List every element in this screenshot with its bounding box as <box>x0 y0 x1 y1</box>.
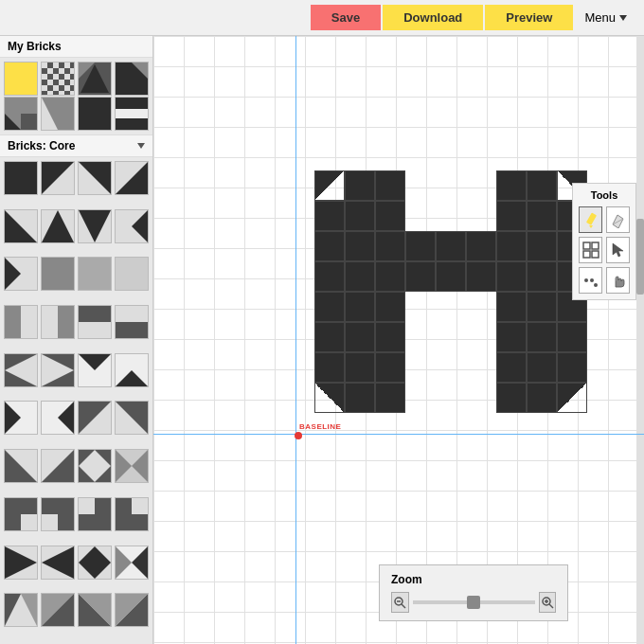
svg-point-67 <box>594 283 598 287</box>
my-brick-cell[interactable] <box>78 62 112 96</box>
my-brick-cell[interactable] <box>4 62 38 96</box>
tools-panel: Tools <box>572 183 636 300</box>
zoom-in-button[interactable] <box>539 592 557 613</box>
my-brick-cell[interactable] <box>78 97 112 131</box>
grid-tool-button[interactable] <box>579 237 602 263</box>
my-brick-cell[interactable] <box>115 97 149 131</box>
svg-line-71 <box>402 604 405 608</box>
menu-button[interactable]: Menu <box>575 5 636 30</box>
svg-line-75 <box>549 604 553 608</box>
pointer-tool-button[interactable] <box>606 237 630 263</box>
brick-cell[interactable] <box>78 161 112 195</box>
brick-cell[interactable] <box>78 593 112 627</box>
brick-cell[interactable] <box>41 401 75 435</box>
brick-cell[interactable] <box>115 161 149 195</box>
svg-marker-12 <box>116 162 148 194</box>
brick-cell[interactable] <box>78 305 112 339</box>
svg-marker-37 <box>95 466 111 482</box>
brick-cell[interactable] <box>4 257 38 291</box>
svg-marker-22 <box>5 354 37 370</box>
eraser-tool-button[interactable] <box>606 206 630 233</box>
zoom-slider[interactable] <box>413 600 535 604</box>
brick-cell[interactable] <box>4 497 38 531</box>
brick-cell[interactable] <box>41 305 75 339</box>
sidebar: My Bricks Bricks: Core <box>0 36 153 644</box>
brick-cell[interactable] <box>4 593 38 627</box>
svg-rect-21 <box>116 322 148 338</box>
brick-cell[interactable] <box>78 353 112 387</box>
svg-rect-9 <box>116 118 148 130</box>
brick-cell[interactable] <box>41 546 75 580</box>
brick-cell[interactable] <box>41 353 75 387</box>
svg-marker-50 <box>21 594 37 626</box>
canvas-area[interactable]: BASELINE <box>153 36 644 644</box>
svg-rect-8 <box>116 98 148 109</box>
menu-label: Menu <box>584 10 616 25</box>
svg-marker-34 <box>79 450 95 466</box>
brick-cell[interactable] <box>4 353 38 387</box>
svg-marker-23 <box>5 370 37 386</box>
zoom-out-button[interactable] <box>391 592 409 613</box>
brick-cell[interactable] <box>78 257 112 291</box>
zoom-panel: Zoom <box>379 564 568 621</box>
svg-marker-10 <box>42 162 74 194</box>
brick-cell[interactable] <box>115 353 149 387</box>
brick-cell[interactable] <box>41 209 75 243</box>
my-brick-cell[interactable] <box>41 62 75 96</box>
letter-shape[interactable] <box>314 170 587 413</box>
baseline-label: BASELINE <box>299 422 341 431</box>
vertical-scrollbar[interactable] <box>636 36 644 644</box>
svg-marker-39 <box>132 450 148 482</box>
brick-cell[interactable] <box>78 497 112 531</box>
svg-marker-28 <box>5 402 21 434</box>
scrollbar-thumb[interactable] <box>636 219 644 295</box>
my-brick-cell[interactable] <box>4 97 38 131</box>
save-button[interactable]: Save <box>311 5 381 30</box>
brick-cell[interactable] <box>4 209 38 243</box>
svg-marker-4 <box>5 114 21 130</box>
svg-marker-30 <box>79 402 111 434</box>
svg-rect-60 <box>583 242 590 249</box>
bricks-core-chevron <box>137 143 145 149</box>
brick-cell[interactable] <box>115 401 149 435</box>
brick-cell[interactable] <box>115 497 149 531</box>
brick-cell[interactable] <box>4 546 38 580</box>
download-button[interactable]: Download <box>383 5 483 30</box>
bricks-core-header[interactable]: Bricks: Core <box>0 134 152 157</box>
svg-marker-33 <box>42 450 74 482</box>
brick-cell[interactable] <box>115 449 149 483</box>
brick-cell[interactable] <box>41 593 75 627</box>
brick-cell[interactable] <box>115 593 149 627</box>
brick-cell[interactable] <box>41 449 75 483</box>
svg-marker-40 <box>5 498 37 530</box>
my-brick-cell[interactable] <box>41 97 75 131</box>
brick-cell[interactable] <box>78 401 112 435</box>
brick-cell[interactable] <box>115 546 149 580</box>
svg-marker-64 <box>613 243 623 257</box>
svg-rect-57 <box>585 212 596 224</box>
brick-cell[interactable] <box>78 546 112 580</box>
pencil-tool-button[interactable] <box>579 206 602 233</box>
brick-cell[interactable] <box>115 305 149 339</box>
brick-cell[interactable] <box>115 209 149 243</box>
svg-marker-47 <box>116 546 132 579</box>
svg-marker-32 <box>5 450 37 482</box>
dots-tool-button[interactable] <box>579 267 602 294</box>
brick-cell[interactable] <box>78 209 112 243</box>
brick-cell[interactable] <box>4 401 38 435</box>
brick-cell[interactable] <box>41 161 75 195</box>
svg-marker-14 <box>42 210 74 242</box>
my-brick-cell[interactable] <box>115 62 149 96</box>
preview-button[interactable]: Preview <box>485 5 573 30</box>
brick-cell[interactable] <box>41 497 75 531</box>
hand-tool-button[interactable] <box>606 267 630 294</box>
brick-cell[interactable] <box>4 305 38 339</box>
brick-cell[interactable] <box>41 257 75 291</box>
brick-cell[interactable] <box>4 449 38 483</box>
brick-cell[interactable] <box>4 161 38 195</box>
toolbar: Save Download Preview Menu <box>0 0 644 36</box>
svg-rect-20 <box>79 306 111 322</box>
brick-cell[interactable] <box>78 449 112 483</box>
svg-marker-31 <box>116 402 148 434</box>
brick-cell[interactable] <box>115 257 149 291</box>
